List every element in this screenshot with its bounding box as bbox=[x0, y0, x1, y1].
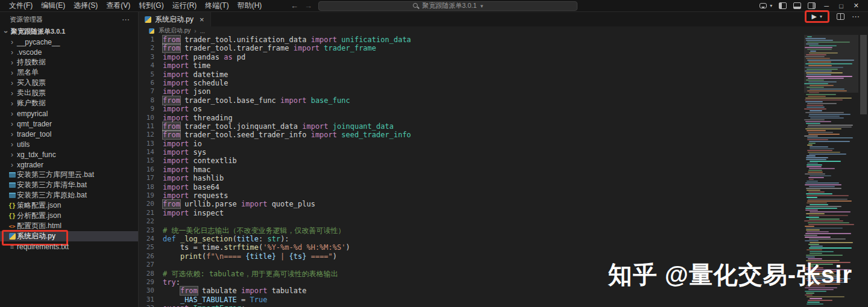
tree-item[interactable]: 系统启动.py bbox=[0, 231, 138, 241]
code-line[interactable]: 7import json bbox=[139, 87, 802, 96]
chevron-down-icon[interactable]: ▾ bbox=[480, 3, 483, 9]
tree-item[interactable]: 安装第三方库清华.bat bbox=[0, 180, 138, 190]
code-line[interactable]: 25 ts = time.strftime('%Y-%m-%d %H:%M:%S… bbox=[139, 243, 802, 252]
run-dropdown-icon[interactable]: ▾ bbox=[820, 14, 822, 19]
code-line[interactable]: 11from trader_tool.joinquant_data import… bbox=[139, 122, 802, 131]
code-line[interactable]: 29try: bbox=[139, 278, 802, 287]
code-line[interactable]: 10import threading bbox=[139, 114, 802, 122]
tree-item[interactable]: {}分析配置.json bbox=[0, 211, 138, 221]
toggle-sidebar-icon[interactable] bbox=[779, 2, 787, 9]
code-line[interactable]: 1from trader_tool.unification_data impor… bbox=[139, 36, 802, 44]
tree-item[interactable]: ›trader_tool bbox=[0, 129, 138, 139]
tree-item-label: qmt_trader bbox=[17, 120, 52, 128]
explorer-title: 资源管理器 bbox=[10, 15, 43, 24]
explorer-more-icon[interactable]: ⋯ bbox=[122, 15, 130, 24]
tree-item[interactable]: ›utils bbox=[0, 139, 138, 149]
tree-item[interactable]: ›.vscode bbox=[0, 47, 138, 57]
tree-item-label: 账户数据 bbox=[17, 98, 46, 108]
tab-bar: 系统启动.py × ▶ ▾ ⋯ bbox=[139, 12, 868, 26]
menu-item[interactable]: 查看(V) bbox=[102, 0, 134, 11]
tree-item[interactable]: ≡requirements.txt bbox=[0, 241, 138, 252]
editor-more-actions-icon[interactable]: ⋯ bbox=[852, 12, 860, 21]
code-line[interactable]: 20from urllib.parse import quote_plus bbox=[139, 200, 802, 208]
tree-item[interactable]: ›买入股票 bbox=[0, 78, 138, 88]
line-text: import os bbox=[163, 105, 202, 113]
minimap[interactable] bbox=[804, 35, 858, 307]
tab-close-icon[interactable]: × bbox=[200, 15, 204, 24]
chat-icon[interactable] bbox=[760, 3, 767, 8]
menu-item[interactable]: 编辑(E) bbox=[37, 0, 69, 11]
nav-forward-icon[interactable]: → bbox=[304, 1, 312, 10]
code-line[interactable]: 19import requests bbox=[139, 191, 802, 200]
tree-root-folder[interactable]: ›聚宽跟随派单3.0.1 bbox=[0, 26, 138, 37]
line-text: import io bbox=[163, 140, 202, 148]
chat-dropdown-icon[interactable]: ▾ bbox=[770, 3, 772, 8]
tree-item[interactable]: ›qmt_trader bbox=[0, 119, 138, 129]
menu-item[interactable]: 运行(R) bbox=[168, 0, 201, 11]
code-line[interactable]: 2from trader_tool.trader_frame import tr… bbox=[139, 44, 802, 52]
tree-item[interactable]: ›empyrical bbox=[0, 108, 138, 119]
line-number: 2 bbox=[139, 44, 163, 52]
toggle-secondary-sidebar-icon[interactable] bbox=[808, 2, 816, 9]
minimize-icon[interactable]: ─ bbox=[822, 2, 831, 10]
run-button[interactable]: ▶ bbox=[812, 13, 817, 20]
toggle-panel-icon[interactable] bbox=[793, 2, 801, 9]
tree-item[interactable]: {}策略配置.json bbox=[0, 200, 138, 211]
close-window-icon[interactable]: ✕ bbox=[852, 2, 861, 10]
command-center[interactable]: 聚宽跟随派单3.0.1 ▾ bbox=[318, 1, 577, 11]
menu-item[interactable]: 转到(G) bbox=[134, 0, 168, 11]
code-line[interactable]: 22 bbox=[139, 217, 802, 226]
code-line[interactable]: 6import schedule bbox=[139, 79, 802, 87]
tree-item[interactable]: 安装第三方库阿里云.bat bbox=[0, 170, 138, 180]
code-editor[interactable]: 1from trader_tool.unification_data impor… bbox=[139, 36, 802, 307]
code-line[interactable]: 24def _log_section(title: str): bbox=[139, 235, 802, 243]
tab-system-start-py[interactable]: 系统启动.py × bbox=[139, 12, 211, 26]
code-line[interactable]: 15import contextlib bbox=[139, 157, 802, 165]
line-number: 12 bbox=[139, 131, 163, 139]
tree-item[interactable]: ›黑名单 bbox=[0, 67, 138, 78]
line-text: import threading bbox=[163, 114, 233, 122]
code-area: 1from trader_tool.unification_data impor… bbox=[139, 35, 868, 307]
tree-item[interactable]: ›__pycache__ bbox=[0, 37, 138, 47]
tree-item[interactable]: ›xg_tdx_func bbox=[0, 149, 138, 160]
code-line[interactable]: 32except ImportError: bbox=[139, 304, 802, 307]
editor-scrollbar[interactable] bbox=[859, 35, 868, 307]
split-editor-icon[interactable] bbox=[837, 13, 844, 20]
code-line[interactable]: 13import io bbox=[139, 140, 802, 148]
python-file-icon bbox=[145, 16, 151, 23]
tree-item-label: 策略配置.json bbox=[17, 200, 61, 211]
code-line[interactable]: 23# 统一美化日志输出（不改变业务逻辑，仅改善可读性） bbox=[139, 226, 802, 235]
code-line[interactable]: 21import inspect bbox=[139, 209, 802, 217]
tree-item[interactable]: <>配置页面.html bbox=[0, 221, 138, 231]
code-line[interactable]: 16import hmac bbox=[139, 166, 802, 174]
breadcrumb-more[interactable]: ... bbox=[200, 28, 205, 34]
scrollbar-thumb[interactable] bbox=[860, 35, 867, 114]
code-line[interactable]: 27 bbox=[139, 261, 802, 269]
menu-item[interactable]: 文件(F) bbox=[5, 0, 37, 11]
breadcrumb-file[interactable]: 系统启动.py bbox=[159, 26, 190, 35]
menu-item[interactable]: 帮助(H) bbox=[233, 0, 266, 11]
code-line[interactable]: 31 _HAS_TABULATE = True bbox=[139, 296, 802, 304]
code-line[interactable]: 12from trader_tool.seed_trader_info impo… bbox=[139, 131, 802, 139]
html-file-icon: <> bbox=[7, 223, 17, 229]
code-line[interactable]: 26 print(f"\n==== {title} | {ts} ====") bbox=[139, 252, 802, 261]
code-line[interactable]: 4import time bbox=[139, 61, 802, 70]
tree-item[interactable]: ›持股数据 bbox=[0, 57, 138, 67]
tree-item[interactable]: ›xgtrader bbox=[0, 160, 138, 170]
code-line[interactable]: 3import pandas as pd bbox=[139, 53, 802, 61]
maximize-icon[interactable]: □ bbox=[837, 2, 845, 10]
code-line[interactable]: 18import base64 bbox=[139, 183, 802, 191]
code-line[interactable]: 17import hashlib bbox=[139, 174, 802, 182]
code-line[interactable]: 30 from tabulate import tabulate bbox=[139, 287, 802, 295]
tree-item[interactable]: ›卖出股票 bbox=[0, 88, 138, 98]
nav-back-icon[interactable]: ← bbox=[291, 1, 298, 10]
menu-item[interactable]: 终端(T) bbox=[201, 0, 233, 11]
tree-item[interactable]: ›账户数据 bbox=[0, 98, 138, 108]
menu-item[interactable]: 选择(S) bbox=[69, 0, 102, 11]
tree-item[interactable]: 安装第三方库原始.bat bbox=[0, 190, 138, 200]
code-line[interactable]: 28# 可选依赖: tabulate，用于更高可读性的表格输出 bbox=[139, 270, 802, 278]
code-line[interactable]: 9import os bbox=[139, 105, 802, 113]
code-line[interactable]: 8from trader_tool.base_func import base_… bbox=[139, 96, 802, 105]
code-line[interactable]: 14import sys bbox=[139, 148, 802, 157]
code-line[interactable]: 5import datetime bbox=[139, 70, 802, 79]
